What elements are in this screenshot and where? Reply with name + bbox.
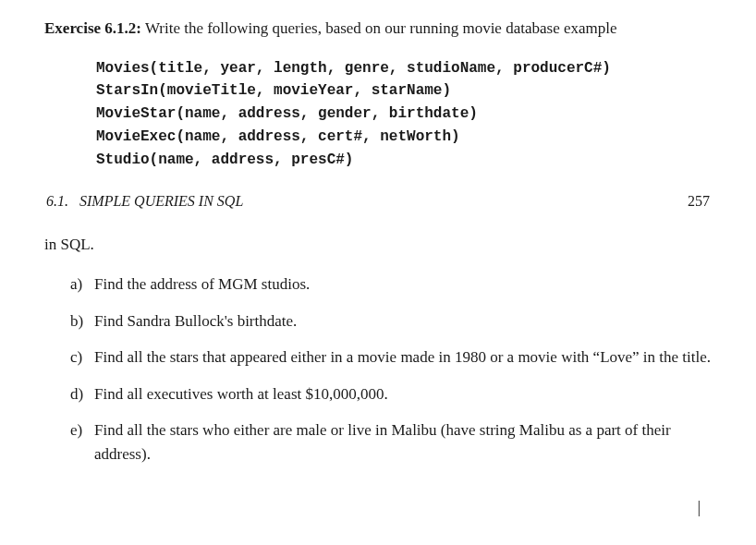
question-text: Find the address of MGM studios. [94, 272, 712, 297]
question-item: b) Find Sandra Bullock's birthdate. [70, 309, 712, 333]
question-label: e) [70, 418, 94, 466]
question-label: a) [70, 272, 94, 297]
section-title: SIMPLE QUERIES IN SQL [79, 193, 243, 210]
exercise-prompt: Write the following queries, based on ou… [145, 19, 617, 37]
question-item: c) Find all the stars that appeared eith… [70, 345, 712, 369]
question-label: d) [70, 382, 94, 406]
exercise-header: Exercise 6.1.2: Write the following quer… [44, 17, 712, 41]
question-item: e) Find all the stars who either are mal… [70, 418, 712, 466]
schema-block: Movies(title, year, length, genre, studi… [96, 57, 712, 172]
schema-line: MovieStar(name, address, gender, birthda… [96, 105, 478, 122]
schema-line: MovieExec(name, address, cert#, netWorth… [96, 128, 460, 145]
question-item: d) Find all executives worth at least $1… [70, 382, 712, 406]
schema-line: Movies(title, year, length, genre, studi… [96, 60, 611, 77]
section-number: 6.1. [46, 193, 68, 210]
section-left: 6.1. SIMPLE QUERIES IN SQL [46, 193, 243, 210]
question-label: b) [70, 309, 94, 333]
question-text: Find all executives worth at least $10,0… [94, 382, 712, 406]
schema-line: Studio(name, address, presC#) [96, 151, 353, 168]
exercise-label: Exercise 6.1.2: [44, 19, 141, 37]
text-cursor: | [697, 498, 701, 517]
in-sql-text: in SQL. [44, 236, 712, 254]
section-header: 6.1. SIMPLE QUERIES IN SQL 257 [44, 193, 712, 210]
schema-line: StarsIn(movieTitle, movieYear, starName) [96, 82, 451, 99]
page-number: 257 [688, 193, 710, 210]
question-item: a) Find the address of MGM studios. [70, 272, 712, 297]
question-text: Find Sandra Bullock's birthdate. [94, 309, 712, 333]
question-text: Find all the stars who either are male o… [94, 418, 712, 466]
question-label: c) [70, 345, 94, 369]
question-list: a) Find the address of MGM studios. b) F… [44, 272, 712, 466]
question-text: Find all the stars that appeared either … [94, 345, 712, 369]
